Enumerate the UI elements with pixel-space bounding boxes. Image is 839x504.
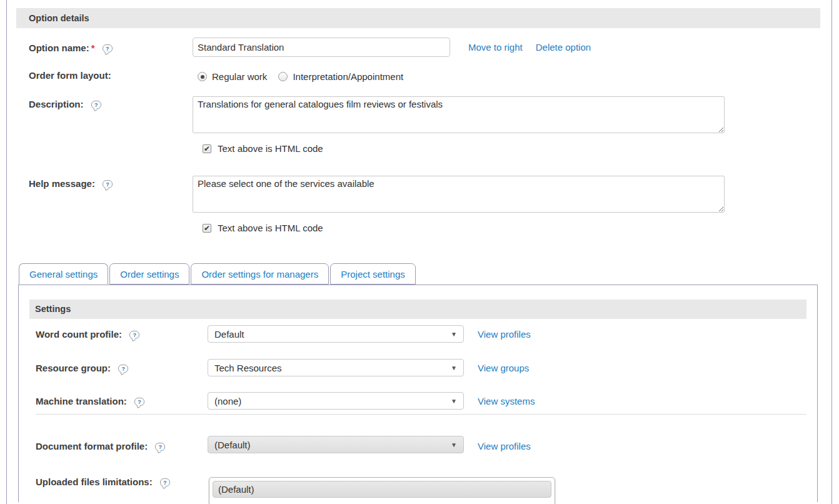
machine-translation-select[interactable]: (none) ▼ bbox=[208, 392, 464, 410]
description-row: Description: ? Translations for general … bbox=[7, 96, 831, 133]
help-message-html-checkbox-label: Text above is HTML code bbox=[218, 223, 323, 233]
order-form-layout-label-col: Order form layout: bbox=[29, 70, 193, 81]
description-label: Description: bbox=[29, 99, 84, 109]
radio-regular-work-label: Regular work bbox=[212, 71, 267, 82]
dropdown-option-default[interactable]: (Default) bbox=[213, 481, 551, 498]
document-format-profile-value: (Default) bbox=[214, 440, 251, 450]
uploaded-files-limitations-label: Uploaded files limitations: bbox=[36, 476, 153, 487]
order-form-layout-label: Order form layout: bbox=[29, 70, 111, 81]
help-message-label: Help message: bbox=[29, 178, 95, 189]
word-count-profile-select[interactable]: Default ▼ bbox=[208, 325, 464, 343]
view-profiles-link[interactable]: View profiles bbox=[478, 325, 531, 340]
document-format-section: Document format profile: ? (Default) ▼ V… bbox=[29, 436, 806, 487]
description-html-checkbox-label: Text above is HTML code bbox=[218, 143, 323, 154]
chevron-down-icon: ▼ bbox=[451, 398, 457, 405]
radio-regular-work[interactable] bbox=[198, 72, 207, 81]
word-count-profile-row: Word count profile: ? Default ▼ View pro… bbox=[29, 325, 806, 343]
chevron-down-icon: ▼ bbox=[451, 365, 457, 371]
dropdown-option-project-template-profile[interactable]: Project template profile bbox=[213, 498, 551, 504]
help-message-textarea[interactable]: Please select one of the services availa… bbox=[193, 176, 725, 213]
uploaded-files-limitations-label-col: Uploaded files limitations: ? bbox=[36, 476, 208, 487]
document-format-profile-label-col: Document format profile: ? bbox=[36, 436, 208, 451]
required-asterisk: * bbox=[91, 43, 95, 53]
machine-translation-value: (none) bbox=[214, 396, 241, 406]
resource-group-label-col: Resource group: ? bbox=[36, 359, 208, 373]
help-icon[interactable]: ? bbox=[129, 331, 139, 339]
help-icon[interactable]: ? bbox=[118, 365, 128, 373]
document-format-profile-select[interactable]: (Default) ▼ bbox=[208, 436, 464, 453]
help-icon[interactable]: ? bbox=[160, 478, 170, 486]
help-icon[interactable]: ? bbox=[91, 101, 101, 109]
machine-translation-label-col: Machine translation: ? bbox=[36, 392, 208, 406]
description-html-checkbox-row: ✔ Text above is HTML code bbox=[7, 143, 831, 154]
option-name-label: Option name: bbox=[29, 43, 89, 53]
document-format-profile-dropdown: (Default) Project template profile bbox=[209, 477, 555, 504]
description-label-col: Description: ? bbox=[29, 96, 193, 109]
help-icon[interactable]: ? bbox=[103, 180, 113, 188]
chevron-down-icon: ▼ bbox=[451, 331, 457, 338]
move-to-right-link[interactable]: Move to right bbox=[468, 38, 523, 57]
help-message-html-checkbox-row: ✔ Text above is HTML code bbox=[7, 223, 831, 233]
order-form-layout-row: Order form layout: Regular work Interpre… bbox=[7, 70, 831, 82]
settings-section-title: Settings bbox=[35, 304, 71, 314]
view-systems-link[interactable]: View systems bbox=[478, 392, 535, 406]
word-count-profile-label: Word count profile: bbox=[36, 329, 122, 340]
view-profiles-link-2[interactable]: View profiles bbox=[478, 436, 531, 451]
tab-order-settings[interactable]: Order settings bbox=[109, 263, 189, 285]
word-count-profile-value: Default bbox=[214, 329, 244, 340]
machine-translation-row: Machine translation: ? (none) ▼ View sys… bbox=[29, 392, 806, 410]
chevron-down-icon: ▼ bbox=[451, 441, 457, 448]
help-icon[interactable]: ? bbox=[134, 398, 144, 406]
resource-group-row: Resource group: ? Tech Resources ▼ View … bbox=[29, 359, 806, 376]
view-groups-link[interactable]: View groups bbox=[478, 359, 529, 373]
option-details-container: Option details Option name:* ? Move to r… bbox=[6, 0, 832, 504]
delete-option-link[interactable]: Delete option bbox=[536, 38, 591, 57]
tab-order-settings-for-managers[interactable]: Order settings for managers bbox=[191, 263, 329, 285]
resource-group-value: Tech Resources bbox=[214, 363, 282, 373]
radio-interpretation-appointment[interactable] bbox=[278, 72, 288, 81]
option-name-input[interactable] bbox=[193, 38, 450, 57]
resource-group-label: Resource group: bbox=[36, 363, 111, 373]
description-textarea[interactable]: Translations for general catalogues film… bbox=[193, 96, 725, 133]
settings-tabs: General settings Order settings Order se… bbox=[19, 263, 831, 285]
tab-project-settings[interactable]: Project settings bbox=[330, 263, 416, 285]
tab-general-settings[interactable]: General settings bbox=[19, 263, 108, 285]
document-format-profile-row: Document format profile: ? (Default) ▼ V… bbox=[29, 436, 806, 453]
settings-section-header: Settings bbox=[29, 300, 806, 319]
general-settings-panel: Settings Word count profile: ? Default ▼… bbox=[18, 285, 818, 502]
help-message-row: Help message: ? Please select one of the… bbox=[7, 176, 831, 213]
word-count-profile-label-col: Word count profile: ? bbox=[36, 325, 208, 340]
help-icon[interactable]: ? bbox=[103, 44, 113, 53]
option-name-row: Option name:* ? Move to right Delete opt… bbox=[7, 38, 831, 57]
resource-group-select[interactable]: Tech Resources ▼ bbox=[208, 359, 464, 376]
description-html-checkbox[interactable]: ✔ bbox=[203, 144, 211, 153]
option-details-title: Option details bbox=[29, 13, 89, 23]
machine-translation-label: Machine translation: bbox=[36, 396, 127, 406]
radio-interpretation-appointment-label: Interpretation/Appointment bbox=[293, 71, 403, 82]
help-message-html-checkbox[interactable]: ✔ bbox=[203, 224, 211, 233]
document-format-profile-label: Document format profile: bbox=[36, 441, 148, 451]
option-name-label-col: Option name:* ? bbox=[29, 38, 193, 53]
option-details-header: Option details bbox=[16, 8, 820, 28]
order-form-layout-radio-group: Regular work Interpretation/Appointment bbox=[193, 70, 414, 82]
help-message-label-col: Help message: ? bbox=[29, 176, 193, 189]
section-divider bbox=[36, 414, 806, 415]
help-icon[interactable]: ? bbox=[155, 443, 165, 451]
